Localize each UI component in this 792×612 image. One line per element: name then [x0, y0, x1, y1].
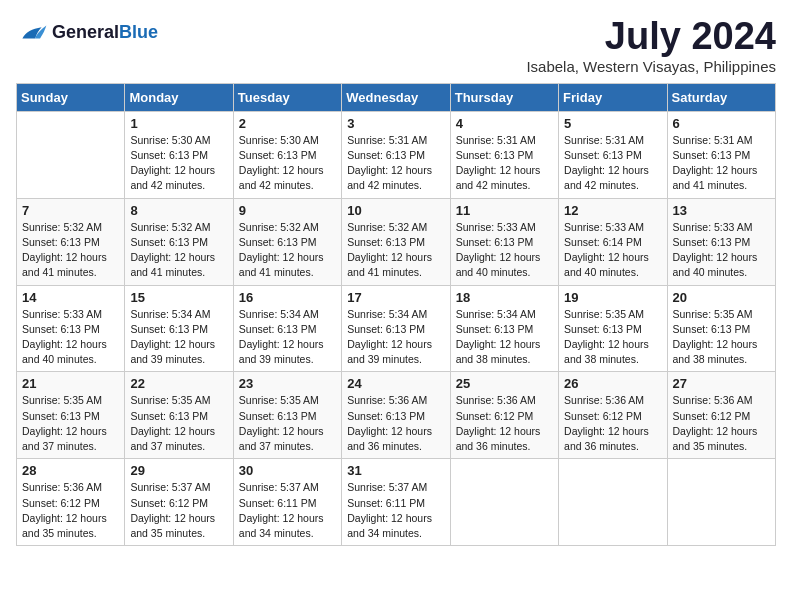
day-number: 14 — [22, 290, 119, 305]
day-info: Sunrise: 5:34 AMSunset: 6:13 PMDaylight:… — [347, 307, 444, 368]
page-header: GeneralBlue July 2024 Isabela, Western V… — [16, 16, 776, 75]
day-info: Sunrise: 5:36 AMSunset: 6:13 PMDaylight:… — [347, 393, 444, 454]
calendar-cell: 5 Sunrise: 5:31 AMSunset: 6:13 PMDayligh… — [559, 111, 667, 198]
day-info: Sunrise: 5:33 AMSunset: 6:14 PMDaylight:… — [564, 220, 661, 281]
day-info: Sunrise: 5:33 AMSunset: 6:13 PMDaylight:… — [673, 220, 770, 281]
calendar-cell — [559, 459, 667, 546]
day-number: 3 — [347, 116, 444, 131]
calendar-cell: 20 Sunrise: 5:35 AMSunset: 6:13 PMDaylig… — [667, 285, 775, 372]
day-number: 29 — [130, 463, 227, 478]
calendar-cell: 12 Sunrise: 5:33 AMSunset: 6:14 PMDaylig… — [559, 198, 667, 285]
calendar-cell: 9 Sunrise: 5:32 AMSunset: 6:13 PMDayligh… — [233, 198, 341, 285]
calendar-cell: 23 Sunrise: 5:35 AMSunset: 6:13 PMDaylig… — [233, 372, 341, 459]
calendar-week-row: 28 Sunrise: 5:36 AMSunset: 6:12 PMDaylig… — [17, 459, 776, 546]
calendar-cell: 21 Sunrise: 5:35 AMSunset: 6:13 PMDaylig… — [17, 372, 125, 459]
day-number: 17 — [347, 290, 444, 305]
calendar-cell: 3 Sunrise: 5:31 AMSunset: 6:13 PMDayligh… — [342, 111, 450, 198]
day-info: Sunrise: 5:32 AMSunset: 6:13 PMDaylight:… — [347, 220, 444, 281]
calendar-cell: 16 Sunrise: 5:34 AMSunset: 6:13 PMDaylig… — [233, 285, 341, 372]
calendar-cell: 17 Sunrise: 5:34 AMSunset: 6:13 PMDaylig… — [342, 285, 450, 372]
day-number: 7 — [22, 203, 119, 218]
weekday-header: Friday — [559, 83, 667, 111]
day-info: Sunrise: 5:32 AMSunset: 6:13 PMDaylight:… — [130, 220, 227, 281]
weekday-header-row: SundayMondayTuesdayWednesdayThursdayFrid… — [17, 83, 776, 111]
day-info: Sunrise: 5:36 AMSunset: 6:12 PMDaylight:… — [456, 393, 553, 454]
day-info: Sunrise: 5:34 AMSunset: 6:13 PMDaylight:… — [239, 307, 336, 368]
day-info: Sunrise: 5:32 AMSunset: 6:13 PMDaylight:… — [239, 220, 336, 281]
day-info: Sunrise: 5:35 AMSunset: 6:13 PMDaylight:… — [130, 393, 227, 454]
calendar-cell: 26 Sunrise: 5:36 AMSunset: 6:12 PMDaylig… — [559, 372, 667, 459]
calendar-cell: 22 Sunrise: 5:35 AMSunset: 6:13 PMDaylig… — [125, 372, 233, 459]
day-number: 22 — [130, 376, 227, 391]
calendar-cell — [17, 111, 125, 198]
calendar-cell: 30 Sunrise: 5:37 AMSunset: 6:11 PMDaylig… — [233, 459, 341, 546]
day-info: Sunrise: 5:32 AMSunset: 6:13 PMDaylight:… — [22, 220, 119, 281]
day-number: 15 — [130, 290, 227, 305]
day-info: Sunrise: 5:31 AMSunset: 6:13 PMDaylight:… — [347, 133, 444, 194]
day-info: Sunrise: 5:31 AMSunset: 6:13 PMDaylight:… — [564, 133, 661, 194]
logo: GeneralBlue — [16, 16, 158, 48]
day-info: Sunrise: 5:37 AMSunset: 6:12 PMDaylight:… — [130, 480, 227, 541]
day-number: 12 — [564, 203, 661, 218]
day-info: Sunrise: 5:31 AMSunset: 6:13 PMDaylight:… — [673, 133, 770, 194]
calendar-cell: 25 Sunrise: 5:36 AMSunset: 6:12 PMDaylig… — [450, 372, 558, 459]
day-number: 5 — [564, 116, 661, 131]
day-info: Sunrise: 5:33 AMSunset: 6:13 PMDaylight:… — [22, 307, 119, 368]
day-info: Sunrise: 5:34 AMSunset: 6:13 PMDaylight:… — [456, 307, 553, 368]
weekday-header: Tuesday — [233, 83, 341, 111]
day-number: 6 — [673, 116, 770, 131]
day-info: Sunrise: 5:30 AMSunset: 6:13 PMDaylight:… — [239, 133, 336, 194]
logo-icon — [16, 16, 48, 48]
calendar-cell: 18 Sunrise: 5:34 AMSunset: 6:13 PMDaylig… — [450, 285, 558, 372]
day-number: 28 — [22, 463, 119, 478]
weekday-header: Wednesday — [342, 83, 450, 111]
calendar-cell: 4 Sunrise: 5:31 AMSunset: 6:13 PMDayligh… — [450, 111, 558, 198]
day-info: Sunrise: 5:36 AMSunset: 6:12 PMDaylight:… — [22, 480, 119, 541]
day-info: Sunrise: 5:31 AMSunset: 6:13 PMDaylight:… — [456, 133, 553, 194]
day-number: 20 — [673, 290, 770, 305]
calendar-cell: 29 Sunrise: 5:37 AMSunset: 6:12 PMDaylig… — [125, 459, 233, 546]
day-number: 18 — [456, 290, 553, 305]
day-number: 31 — [347, 463, 444, 478]
day-number: 8 — [130, 203, 227, 218]
weekday-header: Thursday — [450, 83, 558, 111]
day-number: 1 — [130, 116, 227, 131]
calendar-cell — [450, 459, 558, 546]
calendar-cell: 24 Sunrise: 5:36 AMSunset: 6:13 PMDaylig… — [342, 372, 450, 459]
day-info: Sunrise: 5:30 AMSunset: 6:13 PMDaylight:… — [130, 133, 227, 194]
day-info: Sunrise: 5:37 AMSunset: 6:11 PMDaylight:… — [347, 480, 444, 541]
calendar-week-row: 7 Sunrise: 5:32 AMSunset: 6:13 PMDayligh… — [17, 198, 776, 285]
calendar-cell: 27 Sunrise: 5:36 AMSunset: 6:12 PMDaylig… — [667, 372, 775, 459]
day-info: Sunrise: 5:36 AMSunset: 6:12 PMDaylight:… — [673, 393, 770, 454]
calendar-cell: 7 Sunrise: 5:32 AMSunset: 6:13 PMDayligh… — [17, 198, 125, 285]
logo-text: GeneralBlue — [52, 22, 158, 43]
day-info: Sunrise: 5:35 AMSunset: 6:13 PMDaylight:… — [564, 307, 661, 368]
day-number: 21 — [22, 376, 119, 391]
day-info: Sunrise: 5:33 AMSunset: 6:13 PMDaylight:… — [456, 220, 553, 281]
day-number: 27 — [673, 376, 770, 391]
calendar-cell: 13 Sunrise: 5:33 AMSunset: 6:13 PMDaylig… — [667, 198, 775, 285]
calendar-week-row: 14 Sunrise: 5:33 AMSunset: 6:13 PMDaylig… — [17, 285, 776, 372]
day-number: 10 — [347, 203, 444, 218]
calendar-cell — [667, 459, 775, 546]
day-info: Sunrise: 5:34 AMSunset: 6:13 PMDaylight:… — [130, 307, 227, 368]
calendar-cell: 6 Sunrise: 5:31 AMSunset: 6:13 PMDayligh… — [667, 111, 775, 198]
day-number: 24 — [347, 376, 444, 391]
day-number: 26 — [564, 376, 661, 391]
day-number: 19 — [564, 290, 661, 305]
calendar-cell: 10 Sunrise: 5:32 AMSunset: 6:13 PMDaylig… — [342, 198, 450, 285]
weekday-header: Saturday — [667, 83, 775, 111]
day-number: 25 — [456, 376, 553, 391]
calendar-cell: 8 Sunrise: 5:32 AMSunset: 6:13 PMDayligh… — [125, 198, 233, 285]
weekday-header: Monday — [125, 83, 233, 111]
calendar-week-row: 1 Sunrise: 5:30 AMSunset: 6:13 PMDayligh… — [17, 111, 776, 198]
calendar-cell: 15 Sunrise: 5:34 AMSunset: 6:13 PMDaylig… — [125, 285, 233, 372]
day-number: 11 — [456, 203, 553, 218]
calendar-cell: 14 Sunrise: 5:33 AMSunset: 6:13 PMDaylig… — [17, 285, 125, 372]
day-number: 4 — [456, 116, 553, 131]
day-number: 9 — [239, 203, 336, 218]
calendar-cell: 1 Sunrise: 5:30 AMSunset: 6:13 PMDayligh… — [125, 111, 233, 198]
day-info: Sunrise: 5:35 AMSunset: 6:13 PMDaylight:… — [22, 393, 119, 454]
location: Isabela, Western Visayas, Philippines — [526, 58, 776, 75]
day-info: Sunrise: 5:35 AMSunset: 6:13 PMDaylight:… — [673, 307, 770, 368]
